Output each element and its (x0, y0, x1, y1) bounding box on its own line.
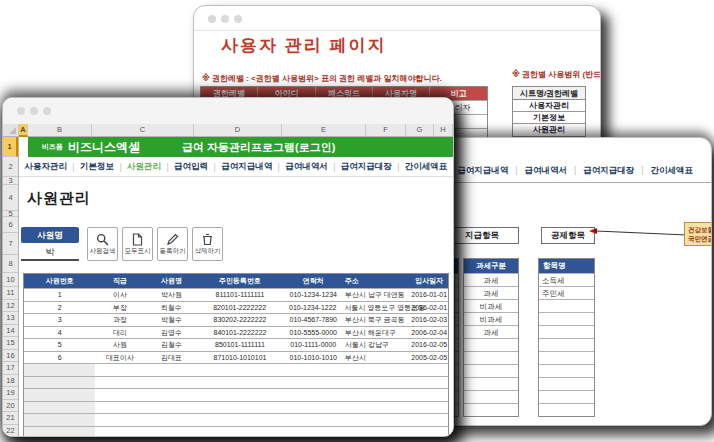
row-number-14[interactable]: 14 (3, 325, 18, 338)
row-number-15[interactable]: 15 (3, 337, 18, 350)
deduction-name-cell[interactable] (539, 403, 594, 416)
employee-header-사원번호: 사원번호 (24, 274, 95, 288)
employee-row[interactable]: 1이사박사원811101-1111111010-1234-1234부산시 남구 … (24, 288, 448, 301)
row-number-10[interactable]: 10 (3, 273, 18, 287)
tax-type-cell[interactable]: 과세 (464, 325, 518, 338)
tab-급여지급내역[interactable]: 급여지급내역 (457, 165, 508, 175)
employee-header-직급: 직급 (95, 274, 145, 288)
column-header-D[interactable]: D (194, 124, 282, 137)
tax-type-cell[interactable] (464, 338, 518, 351)
사원검색-button[interactable]: 사원검색 (87, 227, 118, 261)
deduction-name-cell[interactable] (539, 351, 594, 364)
row-number-18[interactable]: 18 (3, 375, 18, 388)
deduction-name-cell[interactable] (539, 338, 594, 351)
employee-row[interactable]: 4대리김영수840101-2222222010-5555-0000부산시 해운대… (24, 326, 448, 339)
employee-cell: 010-1111-0000 (282, 339, 345, 351)
tab-급여지급대장[interactable]: 급여지급대장 (341, 161, 392, 173)
window-dots (208, 15, 242, 23)
employee-empty-row[interactable] (24, 376, 448, 389)
tax-type-cell[interactable]: 과세 (464, 273, 518, 286)
column-header-H[interactable]: H (434, 124, 453, 137)
tax-type-column: 과세구분과세과세비과세비과세과세 (463, 258, 519, 417)
row-number-8[interactable]: 8 (3, 255, 18, 273)
column-header-B[interactable]: B (28, 124, 92, 137)
tax-type-cell[interactable]: 비과세 (464, 312, 518, 325)
employee-cell (282, 364, 345, 376)
scope-table-row[interactable]: 사원관리 (513, 124, 585, 136)
row-number-20[interactable]: 20 (3, 400, 18, 413)
row-number-7[interactable]: 7 (3, 233, 18, 255)
tab-사원관리[interactable]: 사원관리 (127, 161, 161, 173)
deduction-name-cell[interactable] (539, 299, 594, 312)
tax-type-cell[interactable] (464, 377, 518, 390)
row-number-21[interactable]: 21 (3, 412, 18, 425)
tab-기본정보[interactable]: 기본정보 (80, 161, 114, 173)
삭제하기-button[interactable]: 삭제하기 (192, 227, 223, 261)
column-header-G[interactable]: G (406, 124, 434, 137)
tab-급여내역서[interactable]: 급여내역서 (525, 165, 568, 175)
employee-row[interactable]: 6대표이사김대표871010-1010101010-1010-1010부산시20… (24, 351, 448, 364)
deduction-name-cell[interactable]: 소득세 (539, 273, 594, 286)
row-number-17[interactable]: 17 (3, 362, 18, 375)
tab-급여입력[interactable]: 급여입력 (174, 161, 208, 173)
employee-row[interactable]: 2부장최철수820101-2222222010-1234-1222서울시 영등포… (24, 301, 448, 314)
employee-name-filter-input[interactable]: 박 (21, 245, 79, 261)
employee-empty-row[interactable] (24, 413, 448, 426)
deduction-name-cell[interactable] (539, 364, 594, 377)
모두표시-button[interactable]: 모두표시 (122, 227, 153, 261)
등록하기-button[interactable]: 등록하기 (157, 227, 188, 261)
column-headers[interactable]: ABCDEFGH (3, 124, 453, 137)
deduction-name-cell[interactable]: 주민세 (539, 286, 594, 299)
select-all-corner[interactable] (3, 124, 19, 137)
deduction-name-cell[interactable] (539, 312, 594, 325)
column-header-F[interactable]: F (366, 124, 406, 137)
tab-급여내역서[interactable]: 급여내역서 (285, 161, 328, 173)
deduction-name-cell[interactable] (539, 325, 594, 338)
row-number-13[interactable]: 13 (3, 312, 18, 325)
employee-empty-row[interactable] (24, 426, 448, 438)
scope-table-row[interactable]: 사용자관리 (513, 100, 585, 112)
employee-empty-row[interactable] (24, 363, 448, 376)
employee-empty-row[interactable] (24, 388, 448, 401)
employee-cell (410, 377, 448, 389)
tab-급여지급내역[interactable]: 급여지급내역 (221, 161, 272, 173)
tab-separator: | (574, 165, 576, 175)
employee-row[interactable]: 3과장박철수830202-2222222010-4567-7890부산시 북구 … (24, 313, 448, 326)
tax-type-cell[interactable]: 과세 (464, 286, 518, 299)
row-number-2[interactable]: 2 (3, 157, 18, 177)
employee-row[interactable]: 5사원김철수850101-1111111010-1111-0000서울시 강남구… (24, 338, 448, 351)
tab-사용자관리[interactable]: 사용자관리 (24, 161, 67, 173)
row-number-6[interactable]: 6 (3, 217, 18, 233)
row-number-4[interactable]: 4 (3, 185, 18, 211)
tab-간이세액표[interactable]: 간이세액표 (651, 165, 694, 175)
row-number-3[interactable]: 3 (3, 177, 18, 185)
tax-type-cell[interactable]: 비과세 (464, 299, 518, 312)
tax-type-cell[interactable] (464, 351, 518, 364)
column-header-E[interactable]: E (282, 124, 366, 137)
row-number-1[interactable]: 1 (3, 137, 18, 157)
column-header-C[interactable]: C (92, 124, 194, 137)
row-number-22[interactable]: 22 (3, 425, 18, 438)
employee-cell: 2016-02-01 (410, 302, 448, 314)
scope-table-row[interactable]: 기본정보 (513, 112, 585, 124)
employee-cell: 830202-2222222 (198, 314, 281, 326)
employee-cell (282, 414, 345, 426)
tax-type-cell[interactable] (464, 403, 518, 416)
row-number-16[interactable]: 16 (3, 350, 18, 363)
tax-type-cell[interactable] (464, 390, 518, 403)
deduction-name-cell[interactable] (539, 377, 594, 390)
employee-cell: 대표이사 (95, 352, 145, 364)
column-header-A[interactable]: A (19, 124, 28, 137)
employee-empty-row[interactable] (24, 401, 448, 414)
tab-급여지급대장[interactable]: 급여지급대장 (583, 165, 634, 175)
employee-cell: 840101-2222222 (198, 327, 281, 339)
row-number-12[interactable]: 12 (3, 300, 18, 313)
row-number-11[interactable]: 11 (3, 287, 18, 300)
employee-name-filter-button[interactable]: 사원명 (21, 227, 79, 243)
tax-type-cell[interactable] (464, 364, 518, 377)
employee-cell: 010-1234-1234 (282, 289, 345, 301)
row-number-19[interactable]: 19 (3, 387, 18, 400)
row-number-gutter[interactable]: 1234567810111213141516171819202122 (3, 137, 19, 437)
tab-간이세액표[interactable]: 간이세액표 (405, 161, 448, 173)
deduction-name-cell[interactable] (539, 390, 594, 403)
